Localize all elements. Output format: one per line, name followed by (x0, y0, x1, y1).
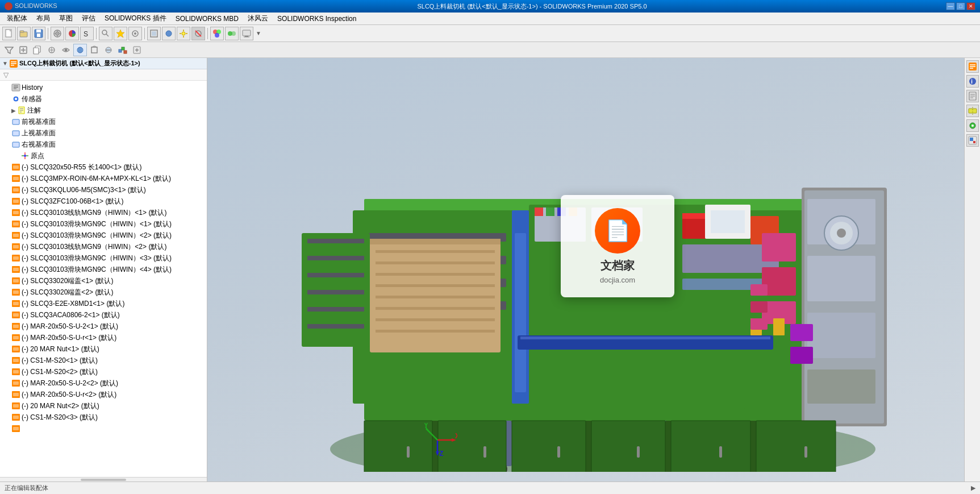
svg-rect-118 (13, 381, 19, 385)
tb2-filter-btn[interactable] (2, 44, 16, 56)
menu-sw-inspection[interactable]: SOLIDWORKS Inspection (273, 14, 361, 24)
svg-point-13 (102, 30, 107, 35)
tb2-view2-btn[interactable] (59, 44, 73, 56)
tree-item-part-14[interactable]: (-) MAR-20x50-S-U-2<1> (默认) (0, 321, 207, 332)
part11-label: (-) SLCQ33020端盖<2> (默认) (22, 288, 113, 297)
tree-root[interactable]: ▼ SLCQ上料裁切机 (默认<默认_显示状态-1>) (0, 58, 207, 69)
svg-rect-75 (12, 142, 19, 147)
menu-evaluate[interactable]: 评估 (77, 13, 100, 24)
svg-rect-145 (376, 330, 495, 333)
tb-search-btn[interactable] (99, 27, 112, 40)
tree-item-part-4[interactable]: (-) SLCQ30103线轨MGN9（HIWIN）<1> (默认) (0, 207, 207, 218)
tree-item-part-19[interactable]: (-) MAR-20x50-S-U-2<2> (默认) (0, 377, 207, 389)
tb-target-btn[interactable] (51, 27, 64, 40)
tree-item-part-13[interactable]: (-) SLCQ3ACA0806-2<1> (默认) (0, 309, 207, 321)
tb2-zoom-btn[interactable] (130, 44, 144, 56)
top-plane-label: 上视基准面 (22, 128, 56, 138)
tree-item-part-20[interactable]: (-) MAR-20x50-S-U-r<2> (默认) (0, 389, 207, 400)
tree-item-part-17[interactable]: (-) CS1-M-S20<1> (默认) (0, 355, 207, 366)
menu-sw-mbd[interactable]: SOLIDWORKS MBD (171, 14, 243, 24)
part6-label: (-) SLCQ30103滑块MGN9C（HIWIN）<2> (默认) (22, 231, 172, 240)
tree-item-part-7[interactable]: (-) SLCQ30103线轨MGN9（HIWIN）<2> (默认) (0, 241, 207, 252)
right-btn-featuremanager[interactable] (966, 60, 979, 73)
part4-icon (11, 208, 20, 217)
tb-open-btn[interactable] (17, 27, 31, 40)
tree-item-part-5[interactable]: (-) SLCQ30103滑块MGN9C（HIWIN）<1> (默认) (0, 218, 207, 230)
tree-item-part-6[interactable]: (-) SLCQ30103滑块MGN9C（HIWIN）<2> (默认) (0, 230, 207, 241)
tree-item-part-18[interactable]: (-) CS1-M-S20<2> (默认) (0, 366, 207, 377)
tree-item-part-16[interactable]: (-) 20 MAR Nut<1> (默认) (0, 343, 207, 355)
part22-label: (-) CS1-M-S20<3> (默认) (22, 413, 98, 422)
tb-settings-btn[interactable] (128, 27, 142, 40)
svg-rect-86 (13, 200, 19, 203)
tree-item-sensor[interactable]: 传感器 (0, 93, 207, 105)
tree-item-part-15[interactable]: (-) MAR-20x50-S-U-r<1> (默认) (0, 332, 207, 343)
tb2-target2-btn[interactable] (45, 44, 59, 56)
tree-item-right-plane[interactable]: 右视基准面 (0, 139, 207, 150)
tb2-sphere-btn[interactable] (73, 44, 87, 56)
tb-colorful-btn[interactable] (210, 27, 224, 40)
svg-line-226 (426, 429, 437, 440)
tree-item-part-1[interactable]: (-) SLCQ3MPX-ROIN-6M-KA+MPX-KL<1> (默认) (0, 173, 207, 184)
left-panel-hscroll[interactable] (0, 477, 207, 481)
part4-label: (-) SLCQ30103线轨MGN9（HIWIN）<1> (默认) (22, 208, 166, 218)
tree-item-front-plane[interactable]: 前视基准面 (0, 116, 207, 127)
tree-area[interactable]: History 传感器 ▶ 注解 (0, 81, 207, 477)
tb-text-btn[interactable]: S (80, 27, 94, 40)
tree-item-part-12[interactable]: (-) SLCQ3-E2E-X8MD1<1> (默认) (0, 298, 207, 309)
minimize-button[interactable]: — (946, 2, 955, 10)
tb-pie-btn[interactable] (65, 27, 79, 40)
right-btn-propertymanager[interactable]: i (966, 75, 979, 88)
tree-item-part-9[interactable]: (-) SLCQ30103滑块MGN9C（HIWIN）<4> (默认) (0, 264, 207, 275)
close-button[interactable]: ✕ (966, 2, 975, 10)
viewport[interactable]: 文档家 docjia.com Z X Y (207, 58, 964, 481)
tb2-add-btn[interactable] (16, 44, 30, 56)
tb-view-btn[interactable] (147, 27, 161, 40)
right-btn-display[interactable] (966, 119, 979, 132)
tree-item-notes[interactable]: ▶ 注解 (0, 105, 207, 116)
right-plane-icon (11, 140, 20, 149)
right-btn-appearances[interactable] (966, 134, 979, 147)
right-btn-configmanager[interactable] (966, 90, 979, 102)
tb2-section-btn[interactable] (102, 44, 115, 56)
tree-item-part-2[interactable]: (-) SLCQ3KQLU06-M5(SMC)3<1> (默认) (0, 184, 207, 196)
tb-display-btn[interactable] (162, 27, 176, 40)
maximize-button[interactable]: □ (956, 2, 965, 10)
tree-item-part-8[interactable]: (-) SLCQ30103滑块MGN9C（HIWIN）<3> (默认) (0, 252, 207, 264)
tb-new-btn[interactable] (2, 27, 16, 40)
tree-item-part-3[interactable]: (-) SLCQ3ZFC100-06B<1> (默认) (0, 196, 207, 207)
svg-rect-74 (12, 131, 19, 136)
tree-item-part-22[interactable]: (-) CS1-M-S20<3> (默认) (0, 412, 207, 423)
menu-sw-plugin[interactable]: SOLIDWORKS 插件 (100, 13, 171, 24)
tree-item-history[interactable]: History (0, 82, 207, 93)
menu-assembly[interactable]: 装配体 (2, 13, 32, 24)
tb-monitor-btn[interactable] (240, 27, 253, 40)
toolbar-expand-arrow[interactable]: ▼ (255, 30, 262, 36)
part12-icon (11, 299, 20, 308)
tree-item-top-plane[interactable]: 上视基准面 (0, 127, 207, 139)
right-btn-dimxpert[interactable] (966, 105, 979, 117)
part0-icon (11, 163, 20, 172)
menu-mufeng[interactable]: 沐风云 (243, 13, 273, 24)
tb2-explode-btn[interactable] (116, 44, 130, 56)
tree-item-part-10[interactable]: (-) SLCQ33020端盖<1> (默认) (0, 275, 207, 287)
tb2-copy-btn[interactable] (31, 44, 44, 56)
part21-icon (11, 401, 20, 410)
tb-hide-btn[interactable] (191, 27, 205, 40)
tb-green-btn[interactable] (225, 27, 239, 40)
tb-save-btn[interactable] (32, 27, 45, 40)
tb-light-btn[interactable] (177, 27, 190, 40)
right-panel: i (964, 58, 980, 481)
menu-sketch[interactable]: 草图 (55, 13, 77, 24)
tree-item-part-23[interactable] (0, 423, 207, 434)
svg-point-46 (77, 47, 83, 53)
tree-item-part-21[interactable]: (-) 20 MAR Nut<2> (默认) (0, 400, 207, 412)
tb-star-btn[interactable] (114, 27, 127, 40)
svg-rect-211 (535, 207, 543, 216)
menu-layout[interactable]: 布局 (32, 13, 55, 24)
tb2-wireframe-btn[interactable] (87, 44, 101, 56)
tree-item-origin[interactable]: 原点 (0, 150, 207, 161)
tree-item-part-0[interactable]: (-) SLCQ320x50-R55 长1400<1> (默认) (0, 161, 207, 173)
tree-item-part-11[interactable]: (-) SLCQ33020端盖<2> (默认) (0, 287, 207, 298)
svg-point-171 (837, 229, 846, 238)
